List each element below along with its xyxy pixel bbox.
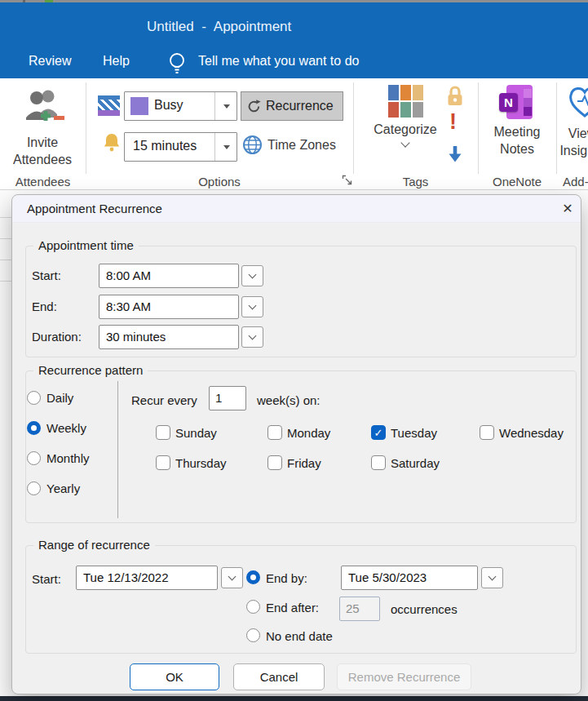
group-label-tags: Tags: [353, 175, 478, 189]
recur-every-label: Recur every: [131, 393, 197, 407]
onenote-icon: N: [497, 83, 537, 121]
start-time-label: Start:: [32, 268, 61, 282]
show-as-stripes-icon: [98, 95, 120, 116]
invite-attendees-icon: [21, 87, 65, 127]
cancel-button[interactable]: Cancel: [233, 663, 325, 690]
reminder-value: 15 minutes: [133, 139, 197, 153]
meeting-notes-button[interactable]: N Meeting Notes: [478, 83, 556, 158]
checkbox-saturday[interactable]: ✓: [371, 455, 386, 470]
radio-daily-label[interactable]: Daily: [46, 391, 73, 405]
tab-review[interactable]: Review: [29, 54, 71, 69]
radio-end-by-label[interactable]: End by:: [266, 571, 307, 585]
remove-recurrence-button[interactable]: Remove Recurrence: [337, 663, 471, 690]
radio-monthly-label[interactable]: Monthly: [46, 451, 90, 465]
radio-end-by[interactable]: [246, 570, 260, 584]
show-as-combobox[interactable]: Busy: [124, 91, 237, 121]
insights-heart-icon: [566, 83, 588, 119]
group-label-attendees: Attendees: [0, 175, 86, 189]
radio-yearly-label[interactable]: Yearly: [46, 481, 80, 495]
tell-me-box[interactable]: Tell me what you want to do: [198, 54, 359, 69]
chevron-down-icon[interactable]: [223, 145, 230, 149]
radio-no-end-date[interactable]: [246, 628, 260, 642]
checkbox-tuesday-label[interactable]: Tuesday: [391, 426, 437, 440]
range-legend: Range of recurrence: [33, 538, 155, 552]
high-importance-icon[interactable]: !: [449, 109, 457, 135]
dialog-launcher-icon[interactable]: [342, 175, 352, 185]
tab-help[interactable]: Help: [103, 54, 130, 69]
view-insights-label: View Insights: [558, 125, 588, 159]
checkbox-friday-label[interactable]: Friday: [287, 456, 321, 470]
appointment-time-legend: Appointment time: [33, 238, 139, 252]
chevron-down-icon[interactable]: [223, 104, 230, 109]
duration-combobox[interactable]: 30 minutes: [99, 325, 239, 349]
dialog-title: Appointment Recurrence: [27, 202, 162, 215]
checkbox-thursday[interactable]: ✓: [156, 455, 170, 470]
group-separator: [86, 82, 86, 174]
onenote-letter: N: [499, 93, 518, 112]
start-time-dropdown-button[interactable]: [241, 265, 263, 286]
private-lock-icon[interactable]: [445, 85, 465, 107]
group-label-options: Options: [86, 175, 353, 189]
reminder-bell-icon: [103, 132, 121, 153]
time-zones-label: Time Zones: [267, 138, 336, 153]
end-by-dropdown-button[interactable]: [481, 567, 503, 588]
close-icon[interactable]: ✕: [554, 198, 581, 220]
range-start-label: Start:: [32, 572, 61, 586]
low-importance-icon[interactable]: [448, 145, 462, 163]
checkbox-sunday-label[interactable]: Sunday: [175, 426, 217, 440]
checkbox-wednesday[interactable]: ✓: [480, 425, 494, 440]
range-start-dropdown-button[interactable]: [221, 567, 243, 588]
chevron-down-icon: [489, 573, 497, 581]
recurrence-icon: [246, 99, 262, 114]
ok-button[interactable]: OK: [130, 663, 219, 690]
end-by-combobox[interactable]: Tue 5/30/2023: [341, 566, 478, 590]
radio-weekly-label[interactable]: Weekly: [46, 421, 86, 435]
group-label-addin: Add-in: [563, 175, 588, 189]
categorize-grid-icon: [388, 85, 423, 118]
busy-color-swatch: [130, 97, 148, 115]
radio-end-after[interactable]: [246, 600, 260, 614]
show-as-value: Busy: [154, 98, 183, 113]
end-time-combobox[interactable]: 8:30 AM: [99, 295, 239, 319]
checkbox-monday-label[interactable]: Monday: [287, 426, 330, 440]
window-title: Untitled - Appointment: [147, 19, 291, 35]
categorize-button[interactable]: Categorize: [356, 85, 454, 146]
pattern-divider: [117, 381, 118, 518]
weeks-on-label: week(s) on:: [257, 393, 321, 407]
checkbox-saturday-label[interactable]: Saturday: [391, 456, 440, 470]
radio-monthly[interactable]: [27, 451, 41, 465]
group-separator: [556, 82, 557, 174]
time-zones-button[interactable]: Time Zones: [242, 135, 336, 155]
duration-dropdown-button[interactable]: [241, 326, 263, 348]
checkbox-sunday[interactable]: ✓: [156, 425, 170, 440]
checkbox-friday[interactable]: ✓: [267, 455, 282, 470]
range-start-combobox[interactable]: Tue 12/13/2022: [76, 566, 218, 590]
interval-input[interactable]: 1: [209, 386, 246, 410]
recurrence-button[interactable]: Recurrence: [241, 91, 343, 121]
reminder-combobox[interactable]: 15 minutes: [124, 132, 237, 162]
checkbox-tuesday[interactable]: ✓: [371, 425, 386, 440]
chevron-down-icon: [400, 138, 409, 147]
start-time-combobox[interactable]: 8:00 AM: [99, 264, 239, 288]
invite-attendees-button[interactable]: Invite Attendees: [0, 87, 86, 168]
occurrences-input[interactable]: 25: [339, 597, 380, 621]
radio-daily[interactable]: [27, 391, 41, 405]
radio-yearly[interactable]: [27, 481, 41, 495]
end-time-label: End:: [32, 299, 57, 313]
occurrences-label: occurrences: [391, 602, 458, 616]
checkbox-wednesday-label[interactable]: Wednesday: [499, 426, 564, 440]
radio-end-after-label[interactable]: End after:: [266, 601, 319, 614]
radio-weekly[interactable]: [27, 421, 41, 435]
end-time-dropdown-button[interactable]: [241, 296, 263, 317]
checkbox-monday[interactable]: ✓: [267, 425, 282, 440]
group-label-onenote: OneNote: [478, 175, 556, 189]
checkbox-thursday-label[interactable]: Thursday: [175, 456, 227, 470]
categorize-label: Categorize: [356, 122, 454, 137]
window-bottom-edge: [0, 696, 588, 701]
dialog-title-bar: Appointment Recurrence ✕: [12, 195, 581, 223]
ribbon: Invite Attendees Attendees Busy Recurren…: [0, 78, 588, 190]
appointment-recurrence-dialog: Appointment Recurrence ✕ Appointment tim…: [11, 194, 581, 694]
radio-no-end-date-label[interactable]: No end date: [266, 629, 333, 643]
view-insights-button[interactable]: View Insights: [558, 83, 588, 159]
chevron-down-icon: [249, 332, 257, 340]
